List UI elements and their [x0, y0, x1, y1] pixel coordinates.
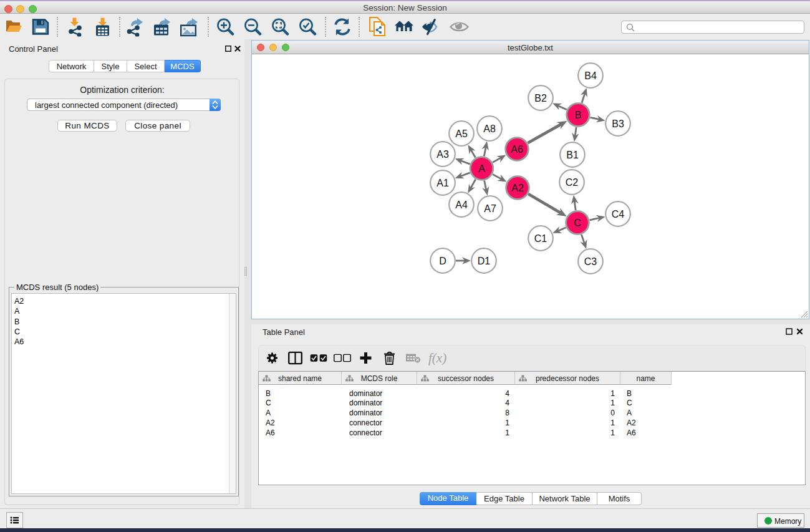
svg-text:A1: A1 [436, 178, 449, 188]
svg-text:A: A [478, 163, 485, 174]
svg-text:D1: D1 [478, 256, 491, 266]
svg-text:C3: C3 [584, 256, 597, 267]
svg-text:C1: C1 [534, 233, 547, 244]
svg-text:A7: A7 [484, 203, 496, 214]
svg-text:A2: A2 [511, 183, 524, 193]
svg-text:B: B [575, 110, 582, 120]
svg-text:C: C [574, 218, 581, 228]
svg-text:A6: A6 [511, 144, 523, 155]
svg-text:A5: A5 [455, 128, 468, 139]
svg-text:B2: B2 [534, 93, 547, 104]
svg-text:A8: A8 [483, 123, 496, 134]
svg-text:D: D [439, 256, 446, 266]
svg-text:A3: A3 [436, 149, 449, 160]
svg-text:C2: C2 [566, 177, 579, 188]
svg-text:B1: B1 [566, 150, 579, 160]
svg-text:A4: A4 [455, 200, 468, 210]
svg-text:B3: B3 [612, 118, 624, 129]
svg-text:B4: B4 [584, 70, 597, 81]
svg-text:C4: C4 [612, 209, 625, 220]
